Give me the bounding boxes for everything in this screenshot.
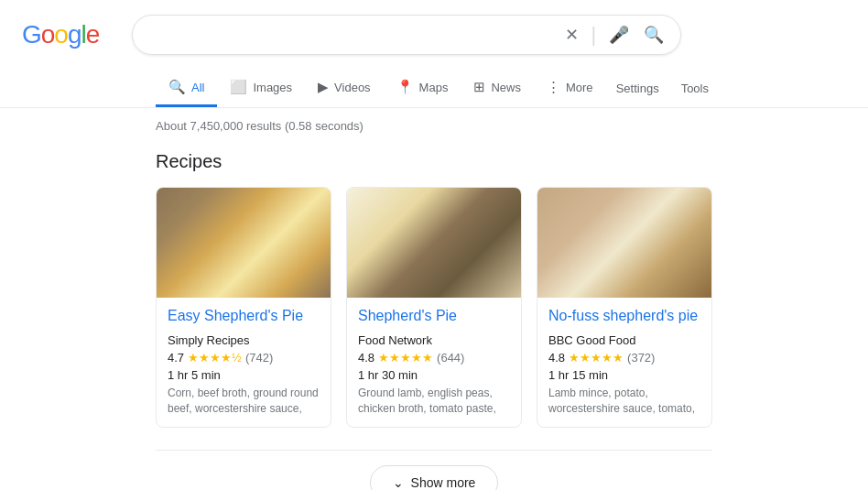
images-icon: ⬜	[230, 79, 247, 95]
recipe-card-shepherds-pie[interactable]: Shepherd's Pie Food Network 4.8 ★★★★★ (6…	[346, 187, 522, 428]
logo-letter-g: G	[22, 20, 41, 49]
chevron-down-icon: ⌄	[393, 475, 404, 490]
tab-images[interactable]: ⬜ Images	[217, 70, 305, 107]
settings-link[interactable]: Settings	[613, 72, 663, 104]
recipe-rating-2: 4.8 ★★★★★ (644)	[358, 351, 510, 365]
tab-images-label: Images	[253, 81, 292, 94]
recipe-card-no-fuss-shepherds-pie[interactable]: No-fuss shepherd's pie BBC Good Food 4.8…	[537, 187, 712, 428]
logo-letter-o1: o	[41, 20, 55, 49]
recipe-info-1: Easy Shepherd's Pie Simply Recipes 4.7 ★…	[157, 298, 331, 427]
maps-icon: 📍	[396, 79, 414, 95]
header: Google recipe for shepherd pie ✕ | 🎤 🔍	[0, 0, 868, 55]
stars-3: ★★★★★	[569, 351, 624, 365]
rating-score-3: 4.8	[548, 351, 565, 365]
tab-maps[interactable]: 📍 Maps	[384, 70, 461, 107]
videos-icon: ▶	[318, 79, 329, 95]
google-logo[interactable]: Google	[22, 20, 99, 49]
recipe-title-link-1[interactable]: Easy Shepherd's Pie	[168, 307, 320, 326]
recipe-source-1: Simply Recipes	[168, 333, 320, 347]
news-icon: ⊞	[473, 79, 485, 95]
rating-score-2: 4.8	[358, 351, 374, 365]
search-button[interactable]: 🔍	[642, 23, 666, 47]
tab-all[interactable]: 🔍 All	[156, 70, 217, 107]
more-icon: ⋮	[547, 79, 560, 95]
recipes-section: Recipes Easy Shepherd's Pie Simply Recip…	[156, 151, 712, 428]
recipe-ingredients-3: Lamb mince, potato, worcestershire sauce…	[548, 386, 700, 417]
stars-2: ★★★★★	[378, 351, 433, 365]
show-more-area: ⌄ Show more	[156, 450, 712, 490]
search-input[interactable]: recipe for shepherd pie	[147, 27, 551, 43]
recipe-card-easy-shepherds-pie[interactable]: Easy Shepherd's Pie Simply Recipes 4.7 ★…	[156, 187, 331, 428]
recipe-image-shepherds-pie	[347, 188, 521, 298]
recipe-time-3: 1 hr 15 min	[548, 368, 700, 382]
voice-search-button[interactable]: 🎤	[607, 23, 631, 47]
rating-count-2: (644)	[437, 351, 464, 365]
tab-more[interactable]: ⋮ More	[534, 70, 606, 107]
nav-tabs: 🔍 All ⬜ Images ▶ Videos 📍 Maps ⊞ News ⋮ …	[0, 62, 868, 108]
logo-letter-g2: g	[68, 20, 81, 49]
search-bar-container: recipe for shepherd pie ✕ | 🎤 🔍	[132, 15, 681, 55]
rating-score-1: 4.7	[168, 351, 184, 365]
divider: |	[591, 23, 597, 47]
tab-maps-label: Maps	[419, 81, 449, 94]
tab-all-label: All	[191, 81, 204, 94]
recipe-time-1: 1 hr 5 min	[168, 368, 320, 382]
search-bar: recipe for shepherd pie ✕ | 🎤 🔍	[132, 15, 681, 55]
clear-search-button[interactable]: ✕	[563, 23, 580, 47]
recipe-source-3: BBC Good Food	[548, 333, 700, 347]
recipe-image-no-fuss-shepherds-pie	[537, 188, 711, 298]
recipe-cards-container: Easy Shepherd's Pie Simply Recipes 4.7 ★…	[156, 187, 712, 428]
tools-link[interactable]: Tools	[678, 72, 712, 104]
search-icon: 🔍	[644, 25, 664, 45]
tab-news[interactable]: ⊞ News	[461, 70, 534, 107]
recipe-rating-3: 4.8 ★★★★★ (372)	[548, 351, 700, 365]
recipe-time-2: 1 hr 30 min	[358, 368, 510, 382]
clear-icon: ✕	[565, 25, 579, 45]
tab-videos-label: Videos	[334, 81, 371, 94]
logo-letter-e: e	[86, 20, 100, 49]
show-more-button[interactable]: ⌄ Show more	[370, 465, 499, 490]
stars-1: ★★★★½	[188, 351, 242, 365]
results-area: About 7,450,000 results (0.58 seconds) R…	[0, 108, 868, 490]
recipe-info-2: Shepherd's Pie Food Network 4.8 ★★★★★ (6…	[347, 298, 521, 427]
rating-count-1: (742)	[245, 351, 273, 365]
show-more-label: Show more	[411, 475, 476, 490]
recipe-rating-1: 4.7 ★★★★½ (742)	[168, 351, 320, 365]
recipe-title-link-2[interactable]: Shepherd's Pie	[358, 307, 510, 326]
rating-count-3: (372)	[627, 351, 655, 365]
recipe-info-3: No-fuss shepherd's pie BBC Good Food 4.8…	[537, 298, 711, 427]
recipe-image-easy-shepherds-pie	[157, 188, 331, 298]
recipe-ingredients-2: Ground lamb, english peas, chicken broth…	[358, 386, 510, 417]
tab-videos[interactable]: ▶ Videos	[305, 70, 384, 107]
tab-more-label: More	[566, 81, 593, 94]
logo-letter-o2: o	[54, 20, 68, 49]
recipe-ingredients-1: Corn, beef broth, ground round beef, wor…	[168, 386, 320, 417]
recipe-title-link-3[interactable]: No-fuss shepherd's pie	[548, 307, 700, 326]
results-count: About 7,450,000 results (0.58 seconds)	[156, 119, 712, 133]
recipes-title: Recipes	[156, 151, 712, 172]
nav-right-links: Settings Tools	[613, 72, 712, 104]
recipe-source-2: Food Network	[358, 333, 510, 347]
microphone-icon: 🎤	[609, 25, 629, 45]
all-icon: 🔍	[168, 79, 186, 95]
search-icons: ✕ | 🎤 🔍	[563, 23, 667, 47]
tab-news-label: News	[491, 81, 521, 94]
